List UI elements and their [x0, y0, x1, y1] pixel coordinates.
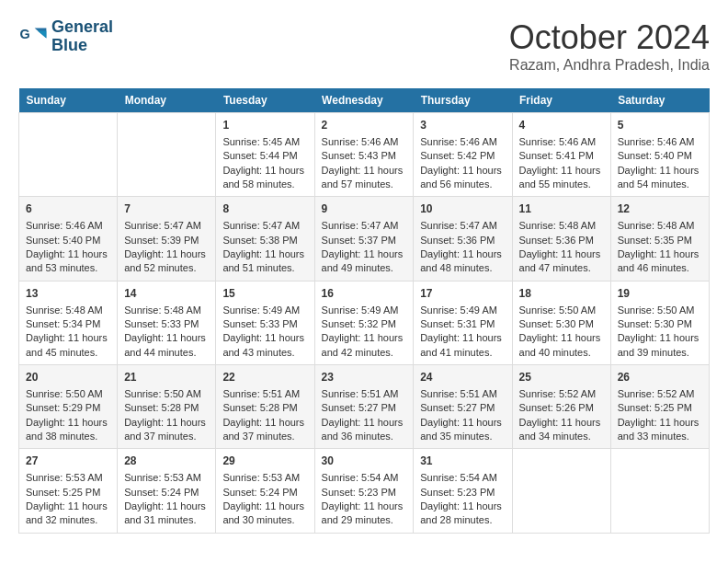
day-info-line: Sunset: 5:28 PM: [124, 401, 209, 415]
day-info-line: Sunset: 5:24 PM: [222, 486, 307, 500]
day-info-line: Daylight: 11 hours and 57 minutes.: [322, 164, 407, 192]
day-cell: [610, 449, 709, 533]
day-info-line: Sunset: 5:35 PM: [618, 234, 702, 247]
svg-text:G: G: [20, 26, 30, 40]
day-cell: 13Sunrise: 5:48 AMSunset: 5:34 PMDayligh…: [19, 281, 118, 364]
week-row-5: 27Sunrise: 5:53 AMSunset: 5:25 PMDayligh…: [19, 449, 710, 533]
day-cell: 11Sunrise: 5:48 AMSunset: 5:36 PMDayligh…: [512, 197, 610, 281]
day-number: 9: [322, 201, 407, 217]
day-info-line: Daylight: 11 hours and 55 minutes.: [519, 164, 604, 192]
day-info-line: Daylight: 11 hours and 33 minutes.: [618, 416, 702, 444]
logo: G General Blue: [18, 18, 113, 55]
header-cell-thursday: Thursday: [414, 88, 512, 113]
day-info-line: Sunset: 5:27 PM: [420, 401, 505, 415]
header-cell-monday: Monday: [118, 88, 216, 113]
day-info-line: Daylight: 11 hours and 40 minutes.: [519, 331, 604, 360]
day-cell: 31Sunrise: 5:54 AMSunset: 5:23 PMDayligh…: [414, 449, 512, 533]
day-info-line: Daylight: 11 hours and 52 minutes.: [124, 247, 209, 276]
day-cell: 28Sunrise: 5:53 AMSunset: 5:24 PMDayligh…: [118, 449, 216, 533]
day-info-line: Sunrise: 5:46 AM: [618, 135, 702, 149]
calendar-table: SundayMondayTuesdayWednesdayThursdayFrid…: [18, 88, 710, 534]
day-number: 24: [420, 370, 505, 385]
day-info-line: Daylight: 11 hours and 30 minutes.: [222, 500, 307, 528]
logo-icon: G: [18, 22, 48, 52]
day-cell: 30Sunrise: 5:54 AMSunset: 5:23 PMDayligh…: [314, 449, 414, 533]
day-info-line: Sunset: 5:39 PM: [124, 234, 209, 247]
day-info-line: Sunset: 5:31 PM: [420, 317, 505, 331]
svg-marker-2: [38, 30, 47, 38]
day-info-line: Daylight: 11 hours and 48 minutes.: [420, 247, 505, 276]
day-info-line: Daylight: 11 hours and 39 minutes.: [618, 331, 702, 360]
day-number: 13: [26, 286, 110, 302]
month-title: October 2024: [509, 18, 710, 57]
day-info-line: Sunset: 5:40 PM: [618, 149, 702, 163]
day-number: 20: [26, 370, 110, 385]
day-number: 15: [222, 286, 307, 302]
day-number: 19: [618, 286, 702, 302]
day-info-line: Daylight: 11 hours and 51 minutes.: [222, 247, 307, 276]
day-info-line: Sunrise: 5:48 AM: [618, 219, 702, 233]
day-number: 5: [618, 118, 702, 133]
day-info-line: Sunset: 5:36 PM: [420, 234, 505, 247]
day-info-line: Daylight: 11 hours and 38 minutes.: [26, 416, 110, 444]
day-info-line: Sunrise: 5:47 AM: [420, 219, 505, 233]
day-info-line: Daylight: 11 hours and 37 minutes.: [222, 416, 307, 444]
location-title: Razam, Andhra Pradesh, India: [509, 57, 710, 74]
header-cell-wednesday: Wednesday: [314, 88, 414, 113]
day-info-line: Sunrise: 5:50 AM: [618, 304, 702, 317]
day-info-line: Sunset: 5:23 PM: [322, 486, 407, 500]
day-cell: 3Sunrise: 5:46 AMSunset: 5:42 PMDaylight…: [414, 113, 512, 197]
day-cell: 21Sunrise: 5:50 AMSunset: 5:28 PMDayligh…: [118, 365, 216, 449]
day-info-line: Sunset: 5:26 PM: [519, 401, 604, 415]
day-info-line: Daylight: 11 hours and 44 minutes.: [124, 331, 209, 360]
day-cell: 26Sunrise: 5:52 AMSunset: 5:25 PMDayligh…: [610, 365, 709, 449]
day-cell: 4Sunrise: 5:46 AMSunset: 5:41 PMDaylight…: [512, 113, 610, 197]
day-cell: 17Sunrise: 5:49 AMSunset: 5:31 PMDayligh…: [414, 281, 512, 364]
day-number: 1: [222, 118, 307, 133]
day-info-line: Sunset: 5:23 PM: [420, 486, 505, 500]
day-info-line: Sunrise: 5:46 AM: [519, 135, 604, 149]
day-number: 7: [124, 201, 209, 217]
day-info-line: Daylight: 11 hours and 36 minutes.: [322, 416, 407, 444]
day-info-line: Sunrise: 5:49 AM: [222, 304, 307, 317]
header-cell-friday: Friday: [512, 88, 610, 113]
day-number: 12: [618, 201, 702, 217]
page-header: G General Blue October 2024 Razam, Andhr…: [18, 18, 710, 74]
day-info-line: Sunrise: 5:50 AM: [26, 387, 110, 401]
day-info-line: Sunset: 5:42 PM: [420, 149, 505, 163]
day-info-line: Daylight: 11 hours and 54 minutes.: [618, 164, 702, 192]
day-number: 11: [519, 201, 604, 217]
day-info-line: Daylight: 11 hours and 29 minutes.: [322, 500, 407, 528]
day-info-line: Daylight: 11 hours and 47 minutes.: [519, 247, 604, 276]
day-info-line: Daylight: 11 hours and 43 minutes.: [222, 331, 307, 360]
day-info-line: Daylight: 11 hours and 32 minutes.: [26, 500, 110, 528]
day-cell: 24Sunrise: 5:51 AMSunset: 5:27 PMDayligh…: [414, 365, 512, 449]
day-info-line: Daylight: 11 hours and 31 minutes.: [124, 500, 209, 528]
day-number: 31: [420, 454, 505, 469]
day-info-line: Daylight: 11 hours and 34 minutes.: [519, 416, 604, 444]
day-number: 26: [618, 370, 702, 385]
day-cell: 23Sunrise: 5:51 AMSunset: 5:27 PMDayligh…: [314, 365, 414, 449]
day-info-line: Sunrise: 5:51 AM: [420, 387, 505, 401]
header-cell-tuesday: Tuesday: [216, 88, 314, 113]
day-info-line: Sunset: 5:41 PM: [519, 149, 604, 163]
day-cell: 7Sunrise: 5:47 AMSunset: 5:39 PMDaylight…: [118, 197, 216, 281]
day-number: 14: [124, 286, 209, 302]
day-info-line: Sunrise: 5:52 AM: [519, 387, 604, 401]
day-cell: 27Sunrise: 5:53 AMSunset: 5:25 PMDayligh…: [19, 449, 118, 533]
day-cell: 15Sunrise: 5:49 AMSunset: 5:33 PMDayligh…: [216, 281, 314, 364]
day-info-line: Sunrise: 5:53 AM: [124, 471, 209, 485]
day-number: 8: [222, 201, 307, 217]
day-info-line: Sunset: 5:36 PM: [519, 234, 604, 247]
day-info-line: Sunset: 5:33 PM: [124, 317, 209, 331]
day-number: 21: [124, 370, 209, 385]
day-number: 16: [322, 286, 407, 302]
day-cell: [512, 449, 610, 533]
week-row-4: 20Sunrise: 5:50 AMSunset: 5:29 PMDayligh…: [19, 365, 710, 449]
day-cell: 16Sunrise: 5:49 AMSunset: 5:32 PMDayligh…: [314, 281, 414, 364]
day-info-line: Sunrise: 5:46 AM: [322, 135, 407, 149]
day-number: 18: [519, 286, 604, 302]
day-cell: 12Sunrise: 5:48 AMSunset: 5:35 PMDayligh…: [610, 197, 709, 281]
day-info-line: Sunset: 5:27 PM: [322, 401, 407, 415]
day-info-line: Sunrise: 5:48 AM: [519, 219, 604, 233]
